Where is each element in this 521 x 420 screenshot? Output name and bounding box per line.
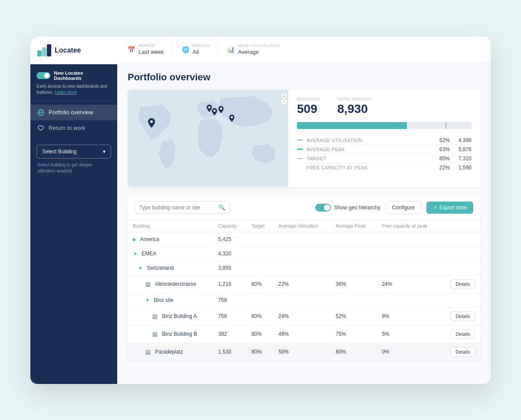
row-building-name: ▼ Switzerland (128, 261, 213, 275)
select-building-button[interactable]: Select Building ▾ (36, 145, 111, 159)
chevron-down-icon: ▾ (103, 149, 106, 155)
row-capacity: 1,216 (213, 275, 246, 293)
sidebar-item-return[interactable]: Return to work (30, 120, 117, 136)
table-row: ▶ America 5,425 (128, 232, 480, 246)
expand-icon[interactable]: ▶ (133, 237, 136, 242)
row-building-name: 🏢 Albisriederstrasse (128, 275, 213, 293)
svg-point-12 (208, 106, 211, 108)
target-pct: 85% (428, 155, 450, 162)
progress-track (297, 122, 472, 129)
page-title: Portfolio overview (128, 72, 480, 83)
table-row: ▼ Binz site 758 (128, 293, 480, 307)
table-row: ▼ Switzerland 3,855 (128, 261, 480, 275)
col-avg-peak: Average Peak (330, 220, 376, 232)
progress-bar-container (297, 122, 472, 129)
app-wrapper: Locatee New Locatee Dashboards Early acc… (30, 36, 491, 384)
expand-icon[interactable]: ▼ (133, 251, 138, 256)
heart-icon (37, 125, 44, 132)
table-body: ▶ America 5,425 (128, 232, 480, 360)
row-avg-peak (330, 293, 376, 307)
sidebar-item-return-label: Return to work (49, 125, 86, 131)
metric-row-free-cap: FREE CAPACITY AT PEAK 22% 1,590 (297, 163, 472, 172)
geo-hierarchy-label: Show geo hierarchy (334, 205, 380, 211)
target-indicator (297, 158, 303, 159)
buildings-label: BUILDINGS (297, 97, 320, 101)
row-capacity: 3,855 (213, 261, 246, 275)
row-target: 60% (246, 307, 273, 325)
row-avg-peak (330, 261, 376, 275)
details-button[interactable]: Details (451, 329, 475, 339)
region-value: All (193, 49, 199, 55)
col-capacity: Capacity (213, 220, 246, 232)
search-input[interactable] (139, 205, 216, 211)
metric-row-avg-util: AVERAGE UTILISATION 52% 4,390 (297, 136, 472, 145)
filter-period[interactable]: 📅 PERIOD Last week (128, 41, 173, 58)
row-free-cap (376, 232, 441, 246)
row-action: Details (441, 343, 480, 360)
details-button[interactable]: Details (451, 311, 475, 321)
main-content: 📅 PERIOD Last week 🌐 REGION All 📊 PEAK C… (117, 36, 491, 384)
free-cap-indicator (297, 167, 303, 168)
row-free-cap: 0% (376, 343, 441, 360)
new-dashboards-toggle[interactable] (36, 72, 50, 79)
expand-icon[interactable]: ▼ (145, 298, 150, 303)
row-avg-peak: 52% (330, 307, 376, 325)
geo-hierarchy-toggle[interactable] (315, 204, 331, 212)
row-free-cap (376, 261, 441, 275)
avg-peak-name: AVERAGE PEAK (307, 147, 428, 152)
row-avg-peak: 80% (330, 343, 376, 360)
building-icon: 🏢 (145, 281, 151, 287)
row-avg-util (273, 293, 330, 307)
world-map: + − (128, 90, 288, 185)
row-capacity: 1,530 (213, 343, 246, 360)
row-free-cap: 5% (376, 325, 441, 343)
export-label: Export table (439, 205, 467, 211)
select-building-label: Select Building (42, 149, 76, 155)
sidebar-item-portfolio[interactable]: Portfolio overview (30, 105, 117, 120)
expand-icon[interactable]: ▼ (138, 265, 143, 271)
learn-more-link[interactable]: Learn more (55, 90, 77, 95)
metrics-table: AVERAGE UTILISATION 52% 4,390 AVERAGE PE… (297, 136, 472, 172)
filter-region[interactable]: 🌐 REGION All (182, 41, 219, 58)
row-action: Details (441, 275, 480, 293)
promo-desc: Early access to new dashboards and featu… (36, 83, 111, 96)
avg-util-pct: 52% (428, 137, 450, 143)
row-action (441, 261, 480, 275)
period-value: Last week (138, 49, 164, 55)
col-avg-util: Average Utilisation (273, 220, 330, 232)
table-header-row: Building Capacity Target Average Utilisa… (128, 220, 480, 232)
row-avg-peak: 36% (330, 275, 376, 293)
col-free-cap: Free capacity at peak (376, 220, 441, 232)
row-avg-util: 22% (273, 275, 330, 293)
avg-peak-pct: 63% (428, 146, 450, 152)
row-avg-peak: 75% (330, 325, 376, 343)
row-avg-util: 48% (273, 325, 330, 343)
chart-icon: 📊 (227, 46, 234, 53)
table-toolbar: 🔍 Show geo hierarchy Configure ↗ Export … (128, 196, 480, 220)
filter-peak-calc[interactable]: 📊 PEAK CALCULATION Average (227, 41, 289, 58)
locatee-logo-icon (37, 44, 51, 56)
building-icon: 🏢 (145, 349, 151, 354)
overview-card: + − (128, 90, 480, 187)
svg-point-15 (231, 116, 233, 118)
export-button[interactable]: ↗ Export table (426, 202, 473, 214)
row-target: 80% (246, 343, 273, 360)
search-box[interactable]: 🔍 (135, 201, 230, 214)
metric-row-avg-peak: AVERAGE PEAK 63% 5,876 (297, 145, 472, 154)
sidebar-nav: Portfolio overview Return to work (30, 101, 117, 139)
row-building-name: ▼ EMEA (128, 246, 213, 261)
peak-calc-label: PEAK CALCULATION (238, 43, 280, 48)
free-cap-val: 1,590 (450, 165, 472, 171)
details-button[interactable]: Details (451, 347, 475, 357)
table-row: 🏢 Albisriederstrasse 1,216 60% 22% 36% 2… (128, 275, 480, 293)
avg-peak-indicator (297, 149, 303, 150)
col-target: Target (246, 220, 273, 232)
target-name: TARGET (307, 156, 428, 161)
configure-button[interactable]: Configure (386, 201, 421, 214)
row-avg-util (273, 246, 330, 261)
details-button[interactable]: Details (451, 279, 475, 289)
stats-section: BUILDINGS 509 TOTAL CAPACITY 8,930 (288, 90, 480, 187)
page-body: Portfolio overview (117, 63, 491, 384)
free-cap-pct: 22% (428, 165, 450, 171)
sidebar-logo: Locatee (30, 36, 117, 64)
